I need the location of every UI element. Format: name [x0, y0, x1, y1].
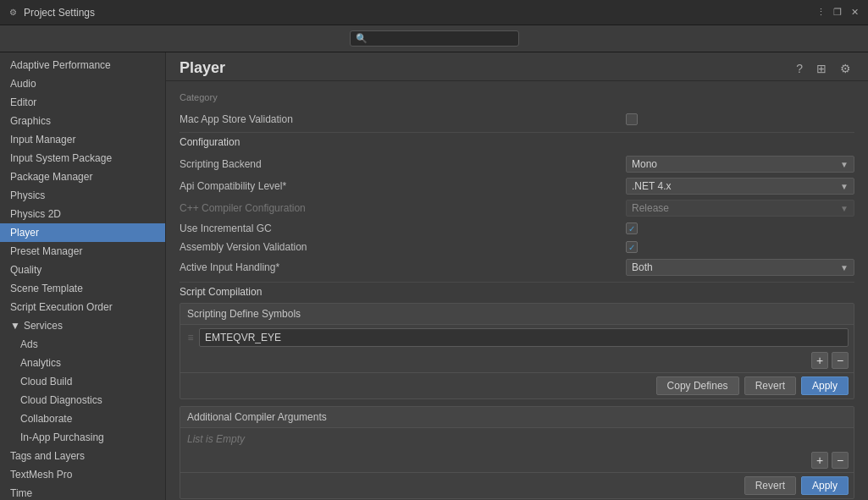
use-incremental-gc-row: Use Incremental GC	[180, 219, 854, 238]
sidebar-item-in-app-purchasing[interactable]: In-App Purchasing	[0, 428, 165, 447]
sidebar-item-cloud-diagnostics[interactable]: Cloud Diagnostics	[0, 391, 165, 409]
define-symbols-area: ≡	[180, 325, 854, 350]
sidebar-item-tags-and-layers[interactable]: Tags and Layers	[0, 447, 165, 465]
sidebar-item-textmesh-pro[interactable]: TextMesh Pro	[0, 465, 165, 484]
script-compilation-header: Script Compilation	[180, 286, 854, 298]
use-incremental-gc-checkbox[interactable]	[626, 223, 638, 234]
add-remove-row: + −	[180, 350, 854, 372]
mac-app-store-checkbox-wrap[interactable]	[626, 113, 638, 125]
search-wrap[interactable]: 🔍	[350, 30, 519, 47]
menu-button[interactable]: ⋮	[814, 6, 827, 19]
assembly-version-wrap[interactable]	[626, 241, 638, 253]
apply-compiler-button[interactable]: Apply	[801, 476, 849, 495]
revert-compiler-button[interactable]: Revert	[744, 476, 796, 495]
compiler-args-box: Additional Compiler Arguments List is Em…	[180, 406, 854, 499]
sidebar-item-input-manager[interactable]: Input Manager	[0, 130, 165, 149]
sidebar: Adaptive PerformanceAudioEditorGraphicsI…	[0, 52, 166, 500]
restore-button[interactable]: ❐	[831, 6, 844, 19]
api-compatibility-arrow: ▼	[840, 182, 849, 191]
cpp-compiler-arrow: ▼	[840, 204, 849, 213]
api-compatibility-value: .NET 4.x ▼	[626, 178, 854, 195]
cpp-compiler-label: C++ Compiler Configuration	[180, 202, 626, 214]
separator-1	[180, 132, 854, 133]
assembly-version-value	[626, 241, 854, 253]
drag-handle[interactable]: ≡	[185, 328, 196, 347]
api-compatibility-row: Api Compatibility Level* .NET 4.x ▼	[180, 175, 854, 197]
header-icons: ? ⊞ ⚙	[793, 60, 854, 77]
search-bar: 🔍	[0, 25, 868, 52]
cpp-compiler-text: Release	[632, 202, 669, 214]
sidebar-item-player[interactable]: Player	[0, 223, 165, 242]
sidebar-item-physics[interactable]: Physics	[0, 186, 165, 205]
mac-app-store-checkbox[interactable]	[626, 113, 638, 125]
compiler-args-empty: List is Empty	[180, 428, 854, 450]
mac-app-store-row: Category	[180, 88, 854, 110]
sidebar-item-scene-template[interactable]: Scene Template	[0, 279, 165, 298]
content-scroll: Category Mac App Store Validation Config…	[166, 81, 868, 500]
use-incremental-gc-wrap[interactable]	[626, 223, 638, 234]
cpp-compiler-dropdown[interactable]: Release ▼	[626, 200, 854, 217]
page-title: Player	[180, 59, 793, 77]
compiler-action-row: Revert Apply	[180, 472, 854, 498]
mac-app-store-validation-row: Mac App Store Validation	[180, 110, 854, 129]
sidebar-item-editor[interactable]: Editor	[0, 93, 165, 112]
define-action-row: Copy Defines Revert Apply	[180, 372, 854, 398]
assembly-version-label: Assembly Version Validation	[180, 241, 626, 253]
add-compiler-arg-button[interactable]: +	[811, 452, 828, 469]
sidebar-item-collaborate[interactable]: Collaborate	[0, 409, 165, 428]
use-incremental-gc-value	[626, 223, 854, 234]
scripting-backend-dropdown[interactable]: Mono ▼	[626, 156, 854, 173]
help-button[interactable]: ?	[793, 60, 806, 77]
window-controls: ⋮ ❐ ✕	[814, 6, 861, 19]
compiler-args-header: Additional Compiler Arguments	[180, 407, 854, 428]
more-options-button[interactable]: ⚙	[837, 60, 854, 77]
presets-button[interactable]: ⊞	[813, 60, 830, 77]
define-symbols-input[interactable]	[199, 328, 849, 347]
api-compatibility-label: Api Compatibility Level*	[180, 180, 626, 192]
revert-defines-button[interactable]: Revert	[744, 376, 796, 395]
expand-arrow-services: ▼	[10, 320, 20, 332]
mac-app-store-label: Mac App Store Validation	[180, 113, 626, 125]
script-compilation-box: Scripting Define Symbols ≡ + − Copy Defi…	[180, 303, 854, 399]
content-header: Player ? ⊞ ⚙	[166, 52, 868, 81]
cpp-compiler-value: Release ▼	[626, 200, 854, 217]
active-input-dropdown[interactable]: Both ▼	[626, 259, 854, 276]
sidebar-item-preset-manager[interactable]: Preset Manager	[0, 242, 165, 261]
sidebar-item-adaptive-performance[interactable]: Adaptive Performance	[0, 56, 165, 74]
title-bar-title: Project Settings	[24, 7, 814, 19]
copy-defines-button[interactable]: Copy Defines	[656, 376, 739, 395]
content-area: Player ? ⊞ ⚙ Category Mac App Store Vali…	[166, 52, 868, 500]
api-compatibility-text: .NET 4.x	[632, 180, 671, 192]
active-input-arrow: ▼	[840, 263, 849, 272]
scripting-backend-arrow: ▼	[840, 160, 849, 169]
sidebar-item-analytics[interactable]: Analytics	[0, 354, 165, 372]
scripting-backend-value: Mono ▼	[626, 156, 854, 173]
sidebar-item-input-system-package[interactable]: Input System Package	[0, 149, 165, 168]
add-define-button[interactable]: +	[811, 352, 828, 369]
sidebar-item-script-execution-order[interactable]: Script Execution Order	[0, 298, 165, 316]
sidebar-item-cloud-build[interactable]: Cloud Build	[0, 372, 165, 391]
scripting-backend-text: Mono	[632, 158, 657, 170]
main-layout: Adaptive PerformanceAudioEditorGraphicsI…	[0, 52, 868, 500]
assembly-version-checkbox[interactable]	[626, 241, 638, 253]
sidebar-item-services[interactable]: ▼Services	[0, 316, 165, 335]
sidebar-item-quality[interactable]: Quality	[0, 261, 165, 279]
close-button[interactable]: ✕	[848, 6, 861, 19]
search-input[interactable]	[371, 34, 513, 44]
apply-defines-button[interactable]: Apply	[801, 376, 849, 395]
mac-app-store-value	[626, 113, 854, 125]
cpp-compiler-row: C++ Compiler Configuration Release ▼	[180, 197, 854, 219]
compiler-add-remove-row: + −	[180, 450, 854, 472]
sidebar-item-package-manager[interactable]: Package Manager	[0, 168, 165, 186]
sidebar-item-audio[interactable]: Audio	[0, 74, 165, 93]
remove-define-button[interactable]: −	[832, 352, 849, 369]
remove-compiler-arg-button[interactable]: −	[832, 452, 849, 469]
sidebar-item-graphics[interactable]: Graphics	[0, 112, 165, 130]
settings-icon: ⚙	[7, 7, 19, 19]
sidebar-item-time[interactable]: Time	[0, 484, 165, 500]
search-icon: 🔍	[356, 33, 368, 44]
active-input-row: Active Input Handling* Both ▼	[180, 256, 854, 278]
sidebar-item-physics-2d[interactable]: Physics 2D	[0, 205, 165, 223]
api-compatibility-dropdown[interactable]: .NET 4.x ▼	[626, 178, 854, 195]
sidebar-item-ads[interactable]: Ads	[0, 335, 165, 354]
